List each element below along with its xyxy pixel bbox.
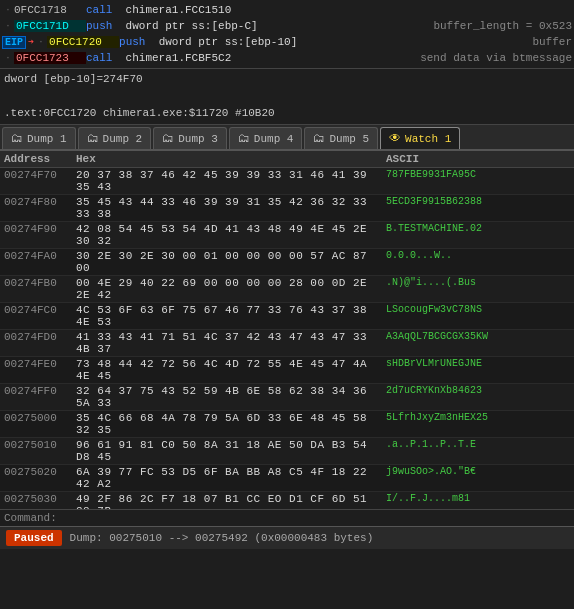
tab-dump3[interactable]: 🗂 Dump 3 xyxy=(153,127,227,149)
dump-rows-container: 00274F70 20 37 38 37 46 42 45 39 39 33 3… xyxy=(0,168,574,509)
dump-hex: 96 61 91 81 C0 50 8A 31 18 AE 50 DA B3 5… xyxy=(76,439,386,463)
disasm-comment: buffer_length = 0x523 xyxy=(425,20,572,32)
header-ascii: ASCII xyxy=(386,153,419,165)
tab-label: Dump 4 xyxy=(254,133,294,145)
dump-row[interactable]: 00275020 6A 39 77 FC 53 D5 6F BA BB A8 C… xyxy=(0,465,574,492)
command-label: Command: xyxy=(0,509,574,526)
dump-hex: 35 4C 66 68 4A 78 79 5A 6D 33 6E 48 45 5… xyxy=(76,412,386,436)
dump-hex: 00 4E 29 40 22 69 00 00 00 00 28 00 0D 2… xyxy=(76,277,386,301)
dump-hex: 73 48 44 42 72 56 4C 4D 72 55 4E 45 47 4… xyxy=(76,358,386,382)
dump-hex: 35 45 43 44 33 46 39 39 31 35 42 36 32 3… xyxy=(76,196,386,220)
dump-row[interactable]: 00274FA0 30 2E 30 2E 30 00 01 00 00 00 0… xyxy=(0,249,574,276)
dump-icon: 🗂 xyxy=(313,131,325,146)
dump-hex: 42 08 54 45 53 54 4D 41 43 48 49 4E 45 2… xyxy=(76,223,386,247)
dump-row[interactable]: 00274F90 42 08 54 45 53 54 4D 41 43 48 4… xyxy=(0,222,574,249)
disasm-row: · 0FCC171D push dword ptr ss:[ebp-C] buf… xyxy=(0,18,574,34)
dump-row[interactable]: 00275010 96 61 91 81 C0 50 8A 31 18 AE 5… xyxy=(0,438,574,465)
dump-header: Address Hex ASCII xyxy=(0,151,574,168)
dump-hex: 30 2E 30 2E 30 00 01 00 00 00 00 57 AC 8… xyxy=(76,250,386,274)
tab-label: Dump 3 xyxy=(178,133,218,145)
status-dump-info: Dump: 00275010 --> 00275492 (0x00000483 … xyxy=(70,532,374,544)
info-text-3: .text:0FCC1720 chimera1.exe:$11720 #10B2… xyxy=(4,107,275,119)
dump-addr: 00274FA0 xyxy=(4,250,76,274)
dump-addr: 00275000 xyxy=(4,412,76,436)
tab-dump2[interactable]: 🗂 Dump 2 xyxy=(78,127,152,149)
tab-label: Dump 2 xyxy=(103,133,143,145)
dump-hex: 49 2F 86 2C F7 18 07 B1 CC EO D1 CF 6D 5… xyxy=(76,493,386,509)
dump-hex: 4C 53 6F 63 6F 75 67 46 77 33 76 43 37 3… xyxy=(76,304,386,328)
dump-table[interactable]: Address Hex ASCII 00274F70 20 37 38 37 4… xyxy=(0,151,574,509)
eip-label: EIP xyxy=(2,36,26,49)
dot-marker: · xyxy=(2,53,14,63)
dump-addr: 00274F80 xyxy=(4,196,76,220)
arrow-indicator: ➔ xyxy=(28,36,34,48)
tab-watch1[interactable]: 👁 Watch 1 xyxy=(380,127,460,149)
dump-addr: 00274FC0 xyxy=(4,304,76,328)
dot-marker: · xyxy=(35,37,47,47)
status-paused: Paused xyxy=(6,530,62,546)
dump-hex: 20 37 38 37 46 42 45 39 39 33 31 46 41 3… xyxy=(76,169,386,193)
tab-dump1[interactable]: 🗂 Dump 1 xyxy=(2,127,76,149)
tab-label: Dump 5 xyxy=(329,133,369,145)
dump-row[interactable]: 00274FB0 00 4E 29 40 22 69 00 00 00 00 2… xyxy=(0,276,574,303)
disasm-row: · 0FCC1723 call chimera1.FCBF5C2 send da… xyxy=(0,50,574,66)
dump-icon: 🗂 xyxy=(87,131,99,146)
dot-marker: · xyxy=(2,5,14,15)
info-line-3: .text:0FCC1720 chimera1.exe:$11720 #10B2… xyxy=(4,105,570,122)
disasm-instr: call chimera1.FCC1510 xyxy=(86,4,572,16)
info-panel: dword [ebp-10]=274F70 .text:0FCC1720 chi… xyxy=(0,69,574,125)
dump-row[interactable]: 00274FC0 4C 53 6F 63 6F 75 67 46 77 33 7… xyxy=(0,303,574,330)
disasm-comment: buffer xyxy=(524,36,572,48)
disasm-addr: 0FCC1723 xyxy=(14,52,86,64)
dump-ascii: LSocougFw3vC78NS xyxy=(386,304,482,328)
disasm-addr: 0FCC1718 xyxy=(14,4,86,16)
command-text: Command: xyxy=(4,512,57,524)
header-address: Address xyxy=(4,153,76,165)
dump-row[interactable]: 00274FF0 32 64 37 75 43 52 59 4B 6E 58 6… xyxy=(0,384,574,411)
tab-label: Dump 1 xyxy=(27,133,67,145)
dump-row[interactable]: 00274F80 35 45 43 44 33 46 39 39 31 35 4… xyxy=(0,195,574,222)
dump-ascii: 0.0.0...W.. xyxy=(386,250,452,274)
tab-label: Watch 1 xyxy=(405,133,451,145)
dump-addr: 00274FB0 xyxy=(4,277,76,301)
dump-ascii: j9wuSOo>.AO."B€ xyxy=(386,466,476,490)
disasm-row: · 0FCC1718 call chimera1.FCC1510 xyxy=(0,2,574,18)
info-text: dword [ebp-10]=274F70 xyxy=(4,73,143,85)
disasm-instr: push dword ptr ss:[ebp-C] xyxy=(86,20,425,32)
disasm-instr: call chimera1.FCBF5C2 xyxy=(86,52,412,64)
dump-row[interactable]: 00274FD0 41 33 43 41 71 51 4C 37 42 43 4… xyxy=(0,330,574,357)
dump-ascii: B.TESTMACHINE.02 xyxy=(386,223,482,247)
dump-row[interactable]: 00274FE0 73 48 44 42 72 56 4C 4D 72 55 4… xyxy=(0,357,574,384)
tab-dump4[interactable]: 🗂 Dump 4 xyxy=(229,127,303,149)
dump-addr: 00275020 xyxy=(4,466,76,490)
dump-row[interactable]: 00275030 49 2F 86 2C F7 18 07 B1 CC EO D… xyxy=(0,492,574,509)
dump-row[interactable]: 00275000 35 4C 66 68 4A 78 79 5A 6D 33 6… xyxy=(0,411,574,438)
info-line-2 xyxy=(4,88,570,105)
dump-ascii: .a..P.1..P..T.E xyxy=(386,439,476,463)
dump-addr: 00274F90 xyxy=(4,223,76,247)
dump-addr: 00274FE0 xyxy=(4,358,76,382)
dump-ascii: .N)@"i....(.Bus xyxy=(386,277,476,301)
dump-addr: 00274FD0 xyxy=(4,331,76,355)
dump-row[interactable]: 00274F70 20 37 38 37 46 42 45 39 39 33 3… xyxy=(0,168,574,195)
dump-hex: 6A 39 77 FC 53 D5 6F BA BB A8 C5 4F 18 2… xyxy=(76,466,386,490)
dump-ascii: 5ECD3F9915B62388 xyxy=(386,196,482,220)
dump-ascii: I/..F.J....m81 xyxy=(386,493,470,509)
disasm-instr: push dword ptr ss:[ebp-10] xyxy=(119,36,524,48)
disasm-row-eip: EIP ➔ · 0FCC1720 push dword ptr ss:[ebp-… xyxy=(0,34,574,50)
dump-addr: 00275010 xyxy=(4,439,76,463)
tab-dump5[interactable]: 🗂 Dump 5 xyxy=(304,127,378,149)
disasm-panel: · 0FCC1718 call chimera1.FCC1510 · 0FCC1… xyxy=(0,0,574,69)
dump-ascii: 5LfrhJxyZm3nHEX25 xyxy=(386,412,488,436)
dump-ascii: 787FBE9931FA95C xyxy=(386,169,476,193)
dump-ascii: 2d7uCRYKnXb84623 xyxy=(386,385,482,409)
dump-addr: 00274F70 xyxy=(4,169,76,193)
dump-icon: 🗂 xyxy=(238,131,250,146)
dump-ascii: A3AqQL7BCGCGX35KW xyxy=(386,331,488,355)
dot-marker: · xyxy=(2,21,14,31)
dump-icon: 🗂 xyxy=(11,131,23,146)
disasm-addr: 0FCC171D xyxy=(14,20,86,32)
disasm-addr: 0FCC1720 xyxy=(47,36,119,48)
tabs-bar: 🗂 Dump 1 🗂 Dump 2 🗂 Dump 3 🗂 Dump 4 🗂 Du… xyxy=(0,125,574,151)
dump-hex: 41 33 43 41 71 51 4C 37 42 43 47 43 47 3… xyxy=(76,331,386,355)
